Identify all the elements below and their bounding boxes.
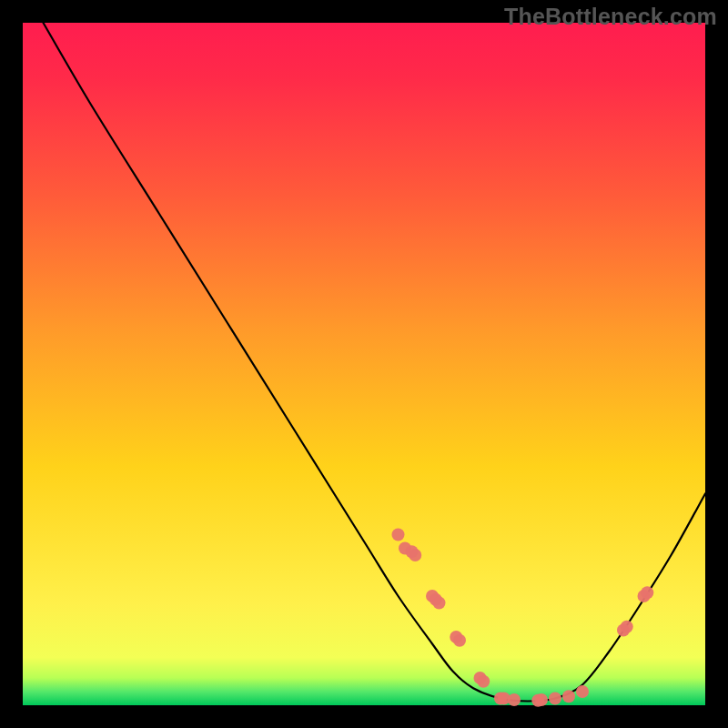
marker-dot <box>508 693 521 706</box>
bottleneck-chart <box>0 0 728 728</box>
marker-dot <box>409 549 421 561</box>
chart-container: TheBottleneck.com <box>0 0 728 728</box>
marker-dot <box>535 693 548 706</box>
watermark-text: TheBottleneck.com <box>504 4 717 30</box>
marker-dot <box>453 634 466 647</box>
marker-dot <box>549 693 561 705</box>
marker-dot <box>621 621 633 633</box>
svg-rect-1 <box>23 23 705 705</box>
marker-dot <box>641 586 653 599</box>
marker-dot <box>477 675 490 688</box>
marker-dot <box>562 690 575 703</box>
marker-dot <box>576 685 589 698</box>
marker-dot <box>392 529 405 541</box>
marker-dot <box>433 597 446 610</box>
